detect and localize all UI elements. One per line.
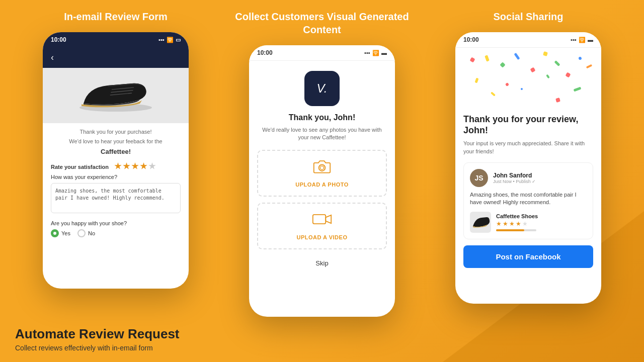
- phone-1-nav: ‹: [43, 47, 189, 68]
- column-2: Collect Customers Visual Generated Conte…: [221, 10, 423, 318]
- review-textarea[interactable]: Amazing shoes, the most comfortable pair…: [51, 183, 181, 213]
- signal-icon-3: ▪▪▪: [571, 37, 577, 43]
- battery-icon-2: ▬: [381, 50, 387, 56]
- video-icon: [312, 212, 332, 230]
- reviewer-name: John Sanford: [493, 172, 587, 179]
- star-5[interactable]: ★: [148, 162, 155, 170]
- battery-icon-3: ▬: [588, 37, 593, 43]
- experience-label: How was your experience?: [51, 174, 181, 180]
- phone-3-content: Thank you for your review, John! Your in…: [455, 108, 601, 274]
- status-icons-3: ▪▪▪ 🛜 ▬: [571, 37, 593, 43]
- phone-1-content: Thank you for your purchase! We'd love t…: [43, 123, 189, 242]
- bottom-text: Automate Review Request Collect reviews …: [15, 326, 629, 352]
- yes-radio[interactable]: [51, 229, 59, 237]
- review-card: JS John Sanford Just Now • Publish ✓ Ama…: [463, 162, 593, 239]
- back-icon[interactable]: ‹: [51, 52, 54, 62]
- yes-option[interactable]: Yes: [51, 229, 70, 237]
- happy-label: Are you happy with your shoe?: [51, 220, 181, 226]
- yes-label: Yes: [61, 230, 70, 236]
- star-bar: [496, 229, 536, 231]
- no-option[interactable]: No: [77, 229, 95, 237]
- wifi-icon-3: 🛜: [579, 37, 586, 43]
- upload-photo-label: UPLOAD A PHOTO: [295, 182, 349, 188]
- reviewer-row: JS John Sanford Just Now • Publish ✓: [470, 169, 587, 187]
- thank-you-text: Thank you for your purchase!: [51, 128, 181, 136]
- phone-3: 10:00 ▪▪▪ 🛜 ▬: [455, 32, 601, 304]
- phone-1-status-bar: 10:00 ▪▪▪ 🛜 ▭: [43, 32, 189, 47]
- svg-point-4: [319, 164, 326, 171]
- main-container: In-email Review Form 10:00 ▪▪▪ 🛜 ▭ ‹: [0, 0, 644, 362]
- top-row: In-email Review Form 10:00 ▪▪▪ 🛜 ▭ ‹: [0, 0, 644, 318]
- star-3[interactable]: ★: [131, 162, 138, 170]
- pstar-5: ★: [522, 220, 528, 227]
- bottom-row: Automate Review Request Collect reviews …: [0, 318, 644, 362]
- star-4[interactable]: ★: [140, 162, 147, 170]
- upload-photo-box[interactable]: UPLOAD A PHOTO: [257, 150, 387, 197]
- svg-point-5: [320, 166, 324, 169]
- confetti-area: [455, 48, 601, 108]
- product-stars: ★ ★ ★ ★ ★: [496, 220, 587, 227]
- brand-name: Caffettee!: [51, 148, 181, 155]
- battery-icon: ▭: [176, 37, 181, 43]
- rate-label: Rate your satisfaction ★ ★ ★ ★ ★: [51, 161, 181, 171]
- product-info: Caffettee Shoes ★ ★ ★ ★ ★: [496, 213, 587, 231]
- star-1[interactable]: ★: [114, 162, 121, 170]
- status-icons-1: ▪▪▪ 🛜 ▭: [158, 37, 181, 43]
- appreciated-text: Your input is very much appreciated. Sha…: [463, 140, 593, 155]
- upload-video-label: UPLOAD A VIDEO: [297, 234, 348, 240]
- pstar-4: ★: [516, 220, 521, 227]
- bottom-title: Automate Review Request: [15, 326, 629, 342]
- star-bar-fill: [496, 229, 524, 231]
- column-1: In-email Review Form 10:00 ▪▪▪ 🛜 ▭ ‹: [15, 10, 216, 318]
- column-1-title: In-email Review Form: [64, 10, 168, 23]
- phone-3-time: 10:00: [463, 36, 479, 43]
- big-thank-you: Thank you for your review, John!: [463, 114, 593, 136]
- upload-video-box[interactable]: UPLOAD A VIDEO: [257, 203, 387, 249]
- reviewer-sub: Just Now • Publish ✓: [493, 179, 587, 184]
- signal-icon-2: ▪▪▪: [364, 50, 370, 56]
- phone-2: 10:00 ▪▪▪ 🛜 ▬ V. Thank you, John! We'd r…: [249, 45, 395, 317]
- signal-icon: ▪▪▪: [158, 37, 165, 43]
- pstar-3: ★: [509, 220, 515, 227]
- review-text-3: Amazing shoes, the most comfortable pair…: [470, 191, 587, 207]
- column-3: Social Sharing 10:00 ▪▪▪ 🛜 ▬: [428, 10, 629, 318]
- phone-2-time: 10:00: [257, 49, 273, 56]
- status-icons-2: ▪▪▪ 🛜 ▬: [364, 50, 387, 56]
- camera-icon: [313, 159, 331, 177]
- pstar-1: ★: [496, 220, 502, 227]
- bottom-subtitle: Collect reviews effectively with in-emai…: [15, 344, 629, 352]
- pstar-2: ★: [503, 220, 508, 227]
- radio-row: Yes No: [51, 229, 181, 237]
- no-radio[interactable]: [77, 229, 86, 237]
- phone-1-time: 10:00: [51, 36, 66, 43]
- subtitle-text: We'd really love to see any photos you h…: [257, 126, 387, 142]
- facebook-button[interactable]: Post on Facebook: [463, 245, 593, 268]
- product-shoe-icon: [470, 212, 491, 232]
- review-stars[interactable]: ★ ★ ★ ★ ★: [114, 164, 155, 170]
- star-2[interactable]: ★: [123, 162, 130, 170]
- shoe-image-area: [43, 68, 189, 123]
- no-label: No: [88, 230, 95, 236]
- product-img: [470, 212, 491, 233]
- phone-1: 10:00 ▪▪▪ 🛜 ▭ ‹: [43, 32, 189, 289]
- phone-2-body: V. Thank you, John! We'd really love to …: [249, 61, 395, 277]
- wifi-icon-2: 🛜: [372, 50, 379, 56]
- app-icon: V.: [304, 71, 340, 106]
- skip-link[interactable]: Skip: [315, 259, 328, 267]
- app-icon-letter: V.: [317, 81, 328, 96]
- column-2-title: Collect Customers Visual Generated Conte…: [221, 10, 423, 36]
- column-3-title: Social Sharing: [494, 10, 564, 23]
- product-row: Caffettee Shoes ★ ★ ★ ★ ★: [470, 212, 587, 233]
- shoe-svg: [75, 75, 156, 116]
- wifi-icon: 🛜: [167, 37, 174, 43]
- feedback-line: We'd love to hear your feeback for the: [51, 138, 181, 145]
- thank-you-heading: Thank you, John!: [289, 113, 355, 122]
- svg-rect-6: [313, 215, 326, 224]
- product-name: Caffettee Shoes: [496, 213, 587, 219]
- avatar: JS: [470, 169, 488, 187]
- phone-3-status-bar: 10:00 ▪▪▪ 🛜 ▬: [455, 32, 601, 48]
- reviewer-info: John Sanford Just Now • Publish ✓: [493, 172, 587, 184]
- phone-2-status-bar: 10:00 ▪▪▪ 🛜 ▬: [249, 45, 395, 61]
